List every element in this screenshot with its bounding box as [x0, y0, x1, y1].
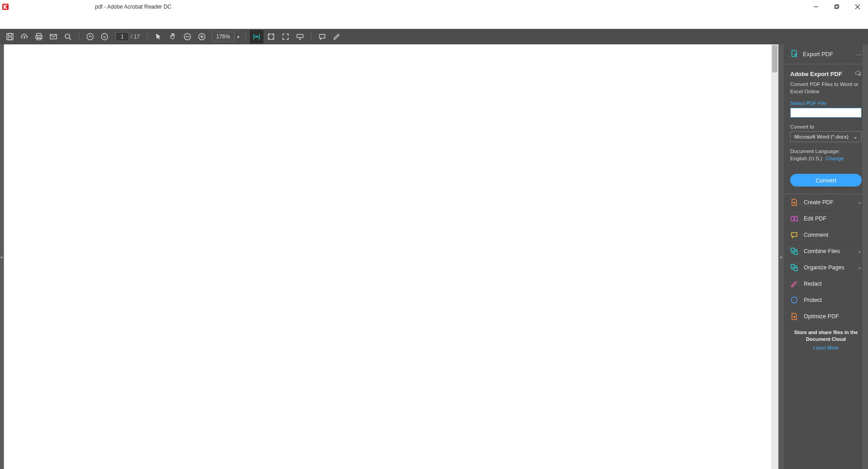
print-icon[interactable]	[32, 30, 46, 43]
svg-rect-26	[795, 216, 797, 221]
export-pdf-header[interactable]: Export PDF ︿	[784, 44, 868, 64]
fit-page-icon[interactable]	[264, 30, 278, 43]
tool-row-combine-files[interactable]: Combine Files⌄	[784, 243, 868, 259]
window-minimize-button[interactable]	[806, 0, 826, 14]
svg-point-16	[101, 34, 108, 40]
promo-line-2: Document Cloud	[789, 336, 863, 342]
zoom-dropdown-icon[interactable]: ▾	[234, 32, 242, 42]
svg-rect-29	[791, 264, 794, 268]
chevron-down-icon: ⌄	[858, 199, 862, 205]
menu-bar	[0, 14, 868, 29]
tool-row-comment[interactable]: Comment	[784, 227, 868, 243]
document-scrollbar[interactable]	[771, 44, 778, 469]
highlight-icon[interactable]	[330, 30, 343, 43]
window-maximize-button[interactable]	[826, 0, 847, 14]
cloud-upload-icon[interactable]	[18, 30, 31, 43]
svg-point-13	[65, 34, 70, 38]
export-pdf-icon	[790, 49, 798, 59]
tool-row-protect[interactable]: Protect	[784, 292, 868, 308]
protect-icon	[790, 296, 798, 304]
tool-row-label: Comment	[804, 232, 862, 238]
main-toolbar: 1 / 17 176% ▾	[0, 29, 868, 44]
document-view[interactable]	[4, 44, 778, 469]
toolbar-separator	[311, 32, 311, 42]
scrollbar-thumb[interactable]	[772, 45, 777, 72]
select-pdf-file-input[interactable]	[790, 108, 862, 118]
page-number-input[interactable]: 1	[115, 32, 129, 41]
redact-icon	[790, 280, 798, 288]
nav-pane-toggle[interactable]: ▸	[0, 44, 4, 469]
export-pdf-description: Convert PDF Files to Word or Excel Onlin…	[790, 81, 862, 95]
convert-to-select[interactable]: Microsoft Word (*.docx) ⌄	[790, 131, 862, 142]
promo-line-1: Store and share files in the	[789, 329, 863, 335]
svg-rect-9	[37, 34, 41, 36]
export-pdf-label: Export PDF	[803, 51, 852, 57]
comment-icon[interactable]	[315, 30, 329, 43]
fit-width-icon[interactable]	[250, 30, 263, 43]
toolbar-separator	[147, 32, 148, 42]
svg-rect-25	[791, 216, 794, 221]
tool-row-label: Organize Pages	[804, 264, 852, 271]
tool-row-redact[interactable]: Redact	[784, 276, 868, 292]
select-pdf-label: Select PDF File	[790, 100, 862, 106]
email-icon[interactable]	[47, 30, 60, 43]
zoom-in-icon[interactable]	[195, 30, 209, 43]
svg-rect-30	[794, 268, 797, 271]
svg-rect-10	[36, 36, 42, 38]
save-icon[interactable]	[3, 30, 17, 43]
svg-rect-27	[791, 248, 794, 251]
convert-button[interactable]: Convert	[790, 174, 862, 187]
combine-files-icon	[790, 247, 798, 255]
svg-rect-7	[8, 34, 12, 36]
read-mode-icon[interactable]	[293, 30, 307, 43]
window-close-button[interactable]	[847, 0, 868, 14]
tool-row-label: Redact	[804, 281, 862, 287]
cloud-settings-icon[interactable]	[854, 70, 862, 78]
tool-row-label: Combine Files	[804, 248, 852, 254]
selection-tool-icon[interactable]	[152, 30, 165, 43]
svg-rect-23	[297, 34, 303, 38]
page-up-icon[interactable]	[83, 30, 97, 43]
zoom-out-icon[interactable]	[181, 30, 194, 43]
convert-to-value: Microsoft Word (*.docx)	[794, 134, 849, 139]
convert-to-label: Convert to	[790, 124, 862, 129]
chevron-down-icon: ⌄	[858, 264, 862, 270]
search-icon[interactable]	[61, 30, 75, 43]
svg-rect-8	[8, 37, 12, 40]
tool-row-label: Protect	[804, 297, 862, 303]
tool-row-edit-pdf[interactable]: Edit PDF	[784, 211, 868, 227]
zoom-level-input[interactable]: 176%	[212, 32, 234, 42]
chevron-up-icon: ︿	[856, 50, 862, 58]
chevron-down-icon: ⌄	[853, 134, 858, 140]
create-pdf-icon	[790, 198, 798, 206]
export-pdf-panel: Adobe Export PDF Convert PDF Files to Wo…	[784, 64, 868, 194]
page-down-icon[interactable]	[98, 30, 111, 43]
tool-row-label: Create PDF	[804, 199, 852, 206]
hand-tool-icon[interactable]	[166, 30, 180, 43]
chevron-down-icon: ⌄	[858, 248, 862, 254]
page-total-label: / 17	[131, 34, 140, 40]
app-icon	[2, 3, 9, 10]
edit-pdf-icon	[790, 215, 798, 223]
tool-row-organize-pages[interactable]: Organize Pages⌄	[784, 259, 868, 276]
svg-line-14	[69, 38, 71, 40]
tool-row-create-pdf[interactable]: Create PDF⌄	[784, 194, 868, 211]
window-title: pdf - Adobe Acrobat Reader DC	[9, 4, 172, 10]
window-titlebar: pdf - Adobe Acrobat Reader DC	[0, 0, 868, 14]
tool-row-label: Edit PDF	[804, 215, 862, 222]
export-pdf-title: Adobe Export PDF	[790, 71, 842, 77]
learn-more-link[interactable]: Learn More	[789, 345, 863, 350]
optimize-pdf-icon	[790, 312, 798, 321]
document-language-label: Document Language:	[790, 148, 862, 155]
document-cloud-promo: Store and share files in the Document Cl…	[784, 325, 868, 354]
tool-row-optimize-pdf[interactable]: Optimize PDF	[784, 308, 868, 325]
change-language-link[interactable]: Change	[825, 156, 844, 161]
fullscreen-icon[interactable]	[279, 30, 292, 43]
tool-row-label: Optimize PDF	[804, 313, 862, 320]
svg-point-15	[87, 34, 93, 40]
tools-pane-toggle[interactable]: ▸	[778, 44, 784, 469]
toolbar-separator	[245, 32, 246, 42]
toolbar-separator	[79, 32, 79, 42]
organize-pages-icon	[790, 263, 798, 272]
tools-scrollbar[interactable]	[863, 44, 868, 469]
